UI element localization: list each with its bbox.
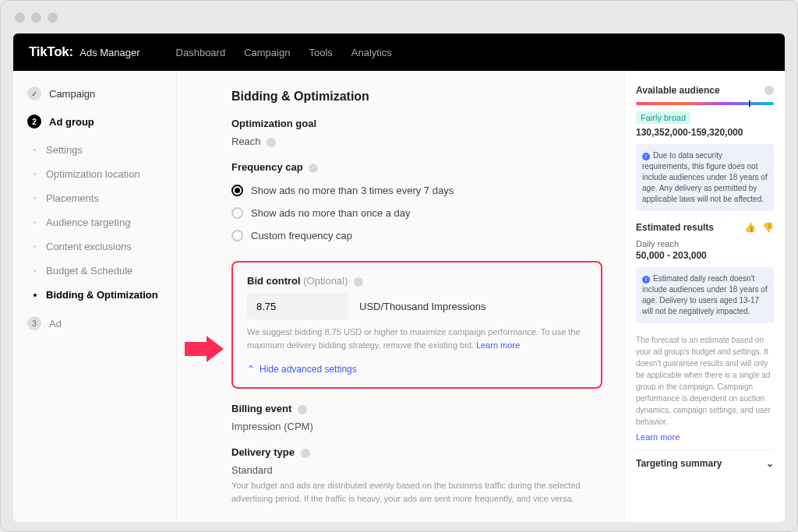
available-audience-title: Available audience [636,85,774,96]
sidebar-item-optimization-location[interactable]: Optimization location [13,162,176,186]
sidebar-item-settings[interactable]: Settings [13,138,176,162]
sidebar: ✓ Campaign 2 Ad group Settings Optimizat… [13,71,177,522]
page-title: Bidding & Optimization [231,90,602,104]
results-notice: iEstimated daily reach doesn't include a… [636,267,774,323]
step-label: Ad group [49,116,94,128]
radio-icon [231,207,243,219]
chevron-up-icon: ⌃ [247,364,255,375]
top-nav: Dashboard Campaign Tools Analytics [176,47,392,58]
notice-text: Estimated daily reach doesn't include au… [642,274,768,315]
browser-frame: TikTok: Ads Manager Dashboard Campaign T… [0,0,798,532]
brand-sub: Ads Manager [79,47,139,58]
window-control-dot[interactable] [15,12,25,23]
step-campaign[interactable]: ✓ Campaign [13,82,176,105]
info-icon: i [642,276,650,284]
chevron-down-icon: ⌄ [766,458,774,469]
info-icon[interactable] [354,277,363,287]
radio-selected-icon [231,185,243,196]
thumbs-up-icon[interactable]: 👍 [744,222,756,233]
brand-name: TikTok: [29,44,73,59]
info-icon[interactable] [309,164,318,173]
step-number-icon: 3 [27,316,41,330]
daily-reach-label: Daily reach [636,239,774,248]
window-control-dot[interactable] [48,12,58,23]
feedback-thumbs: 👍 👎 [744,222,774,233]
radio-icon [231,230,243,241]
check-icon: ✓ [27,86,41,100]
frequency-cap-label: Frequency cap [231,161,602,173]
audience-range: 130,352,000-159,320,000 [636,127,774,138]
hide-advanced-toggle[interactable]: ⌃ Hide advanced settings [247,364,587,375]
thumbs-down-icon[interactable]: 👎 [762,222,774,233]
main-wrap: Bidding & Optimization Optimization goal… [177,71,785,522]
help-text-body: We suggest bidding 8.75 USD or higher to… [247,327,581,350]
title-text: Available audience [636,85,720,96]
bid-input[interactable] [247,293,348,319]
option-text: Show ads no more than 3 times every 7 da… [251,185,454,196]
sidebar-item-content-exclusions[interactable]: Content exclusions [13,234,176,259]
learn-more-link[interactable]: Learn more [476,340,520,350]
audience-notice: iDue to data security requirements, this… [636,144,774,211]
sidebar-item-bidding-optimization[interactable]: Bidding & Optimization [13,283,176,307]
brand-logo: TikTok: Ads Manager [29,44,140,60]
toggle-text: Hide advanced settings [260,364,357,375]
info-icon[interactable] [764,86,774,95]
delivery-description: Your budget and ads are distributed even… [231,479,598,505]
topbar: TikTok: Ads Manager Dashboard Campaign T… [13,33,785,71]
frequency-option-once-day[interactable]: Show ads no more than once a day [231,202,602,224]
delivery-type-label: Delivery type [231,446,602,458]
nav-tools[interactable]: Tools [309,47,332,58]
optional-text: (Optional) [303,275,348,287]
info-icon: i [642,153,650,160]
info-icon[interactable] [301,449,310,458]
targeting-summary-toggle[interactable]: Targeting summary ⌄ [636,449,774,477]
optimization-goal-value: Reach [231,136,602,147]
frequency-cap-group: Show ads no more than 3 times every 7 da… [231,179,602,247]
estimated-results-title: Estimated results 👍 👎 [636,222,774,233]
forecast-text: The forecast is an estimate based on you… [636,334,774,428]
option-text: Show ads no more than once a day [251,207,411,219]
step-ad[interactable]: 3 Ad [13,312,176,335]
toggle-text: Targeting summary [636,458,722,469]
step-label: Ad [49,318,62,329]
bid-row: USD/Thousand Impressions [247,293,587,319]
optimization-goal-label: Optimization goal [231,118,602,129]
nav-dashboard[interactable]: Dashboard [176,47,226,58]
audience-breadth-tag: Fairly broad [636,111,690,124]
step-adgroup[interactable]: 2 Ad group [13,110,176,133]
label-text: Optimization goal [231,118,316,129]
info-icon[interactable] [298,405,307,414]
info-icon[interactable] [267,138,276,147]
value-text: Reach [231,136,261,147]
window-control-dot[interactable] [31,12,41,23]
sidebar-item-budget-schedule[interactable]: Budget & Schedule [13,259,176,283]
nav-campaign[interactable]: Campaign [244,47,290,58]
frequency-option-3x7[interactable]: Show ads no more than 3 times every 7 da… [231,179,602,202]
arrow-pointer-icon [185,336,224,362]
app-container: TikTok: Ads Manager Dashboard Campaign T… [13,33,785,522]
label-text: Delivery type [231,446,295,458]
body: ✓ Campaign 2 Ad group Settings Optimizat… [13,71,785,522]
notice-text: Due to data security requirements, this … [642,151,768,203]
title-text: Estimated results [636,222,714,233]
billing-event-value: Impression (CPM) [231,421,602,432]
bid-control-highlight: Bid control (Optional) USD/Thousand Impr… [231,261,602,389]
label-text: Billing event [231,403,291,414]
label-text: Bid control [247,275,301,287]
right-panel: Available audience Fairly broad 130,352,… [624,71,785,522]
audience-meter [636,102,774,105]
bid-help-text: We suggest bidding 8.75 USD or higher to… [247,326,587,351]
nav-analytics[interactable]: Analytics [351,47,392,58]
browser-titlebar [1,1,797,33]
daily-reach-value: 50,000 - 203,000 [636,250,774,261]
frequency-option-custom[interactable]: Custom frequency cap [231,224,602,247]
bid-unit: USD/Thousand Impressions [359,301,486,312]
sidebar-item-placements[interactable]: Placements [13,186,176,210]
delivery-type-value: Standard [231,464,602,476]
label-text: Frequency cap [231,161,303,173]
learn-more-link[interactable]: Learn more [636,432,774,442]
bid-control-label: Bid control (Optional) [247,275,587,287]
sidebar-item-audience-targeting[interactable]: Audience targeting [13,210,176,234]
step-label: Campaign [49,88,95,100]
step-number-icon: 2 [27,115,41,129]
